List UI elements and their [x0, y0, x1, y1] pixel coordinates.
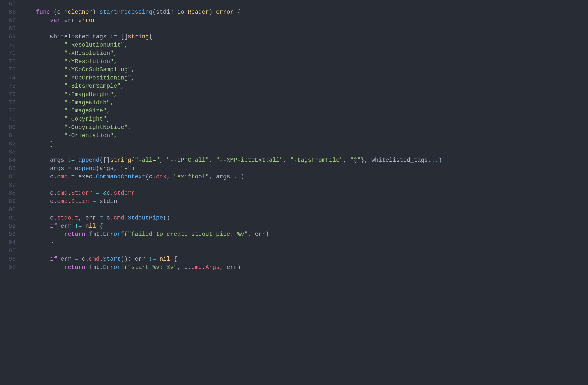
code-line[interactable]: whitelisted_tags := []string{ — [22, 33, 588, 41]
token-pun: , — [106, 116, 110, 122]
token-fn: Errorf — [103, 264, 124, 271]
code-line[interactable]: } — [22, 239, 588, 247]
token-ident — [22, 66, 64, 73]
code-line[interactable]: "-ResolutionUnit", — [22, 41, 588, 49]
token-op: = — [96, 190, 99, 196]
code-line[interactable]: func (c *cleaner) startProcessing(stdin … — [22, 8, 588, 17]
token-op: ... — [230, 173, 241, 180]
token-str: "-CopyrightNotice" — [64, 124, 128, 131]
code-line[interactable]: if err != nil { — [22, 222, 588, 231]
code-line[interactable] — [22, 181, 588, 190]
code-line[interactable] — [22, 148, 588, 156]
line-number: 75 — [0, 82, 16, 91]
token-var: cmd — [114, 215, 124, 221]
token-kw: var — [50, 17, 61, 24]
token-pun: ([] — [99, 157, 110, 164]
token-typ: nil — [85, 223, 96, 230]
code-line[interactable]: "-Orientation", — [22, 132, 588, 140]
line-number: 88 — [0, 189, 16, 197]
token-kw: if — [50, 223, 57, 230]
token-pun: , err) — [248, 231, 269, 238]
line-number: 90 — [0, 206, 16, 214]
token-op: != — [149, 256, 156, 262]
token-str: "-ImageHeight" — [64, 91, 114, 98]
token-pun: ) — [92, 9, 99, 16]
token-recv: cleaner — [68, 9, 92, 16]
code-line[interactable]: c.cmd.Stderr = &c.stderr — [22, 189, 588, 197]
token-pun: ( — [124, 231, 128, 238]
token-var: cmd — [57, 190, 68, 196]
token-ident — [22, 42, 64, 48]
token-op: := — [68, 157, 75, 164]
code-line[interactable]: } — [22, 140, 588, 148]
code-line[interactable] — [22, 247, 588, 255]
code-line[interactable]: c.cmd = exec.CommandContext(c.ctx, "exif… — [22, 173, 588, 181]
token-var: cmd — [57, 173, 68, 180]
token-op: = — [75, 256, 78, 262]
token-ident — [82, 223, 85, 230]
token-ident — [68, 173, 71, 180]
token-str: "-" — [121, 165, 131, 172]
line-number: 67 — [0, 17, 16, 25]
code-line[interactable]: "-YCbCrPositioning", — [22, 74, 588, 82]
code-line[interactable]: c.cmd.Stdin = stdin — [22, 197, 588, 206]
token-typ: Reader — [188, 9, 209, 16]
token-typ: nil — [160, 256, 170, 262]
line-number: 76 — [0, 91, 16, 99]
token-ident — [22, 91, 64, 98]
line-number: 94 — [0, 239, 16, 247]
code-line[interactable]: "-BitsPerSample", — [22, 82, 588, 91]
token-pun: , args — [209, 173, 230, 180]
line-number: 71 — [0, 49, 16, 58]
code-line[interactable] — [22, 25, 588, 33]
token-ident: fmt. — [85, 264, 103, 271]
code-line[interactable]: "-Copyright", — [22, 115, 588, 123]
code-line[interactable]: "-ImageHeight", — [22, 91, 588, 99]
line-number: 92 — [0, 222, 16, 231]
line-number: 93 — [0, 231, 16, 239]
code-line[interactable]: return fmt.Errorf("failed to create stdo… — [22, 231, 588, 239]
token-str: "@" — [350, 157, 361, 164]
token-ident: c. — [78, 256, 89, 262]
token-pun: , — [106, 108, 110, 114]
token-var: Stderr — [71, 190, 92, 196]
line-number: 72 — [0, 58, 16, 66]
token-ident: err — [61, 17, 78, 24]
code-line[interactable]: "-ImageSize", — [22, 107, 588, 115]
token-ident — [22, 132, 64, 139]
column-ruler — [414, 0, 414, 385]
code-line[interactable]: "-YCbCrSubSampling", — [22, 66, 588, 74]
code-line[interactable]: "-CopyrightNotice", — [22, 123, 588, 132]
code-line[interactable]: if err = c.cmd.Start(); err != nil { — [22, 255, 588, 264]
token-str: "-XResolution" — [64, 50, 114, 57]
token-ident — [22, 116, 64, 122]
code-line[interactable]: "-ImageWidth", — [22, 99, 588, 107]
token-pun: ) — [241, 173, 244, 180]
token-pun: ) — [131, 165, 135, 172]
token-op: = — [71, 173, 75, 180]
code-area[interactable]: func (c *cleaner) startProcessing(stdin … — [22, 0, 588, 385]
line-number: 87 — [0, 181, 16, 190]
code-line[interactable]: args = append(args, "-") — [22, 165, 588, 173]
token-str: "-all=" — [135, 157, 160, 164]
token-ident: stdin io — [156, 9, 184, 16]
code-line[interactable]: "-XResolution", — [22, 49, 588, 58]
token-typ: string — [128, 34, 149, 40]
line-number: 86 — [0, 173, 16, 181]
code-line[interactable]: args := append([]string{"-all=", "--IPTC… — [22, 156, 588, 165]
line-number: 82 — [0, 140, 16, 148]
code-line[interactable]: "-YResolution", — [22, 58, 588, 66]
token-pun: , — [124, 42, 128, 48]
token-pun: . — [124, 215, 128, 221]
code-line[interactable]: return fmt.Errorf("start %v: %v", c.cmd.… — [22, 264, 588, 272]
token-ident: c. — [22, 215, 57, 221]
code-line[interactable]: var err error — [22, 17, 588, 25]
line-number: 89 — [0, 197, 16, 206]
code-line[interactable] — [22, 206, 588, 214]
code-line[interactable] — [22, 0, 588, 8]
line-number: 97 — [0, 264, 16, 272]
token-ident: args — [22, 157, 68, 164]
code-line[interactable]: c.stdout, err = c.cmd.StdoutPipe() — [22, 214, 588, 222]
code-editor[interactable]: 6566676869707172737475767778798081828384… — [0, 0, 588, 385]
token-pun: . — [68, 190, 71, 196]
